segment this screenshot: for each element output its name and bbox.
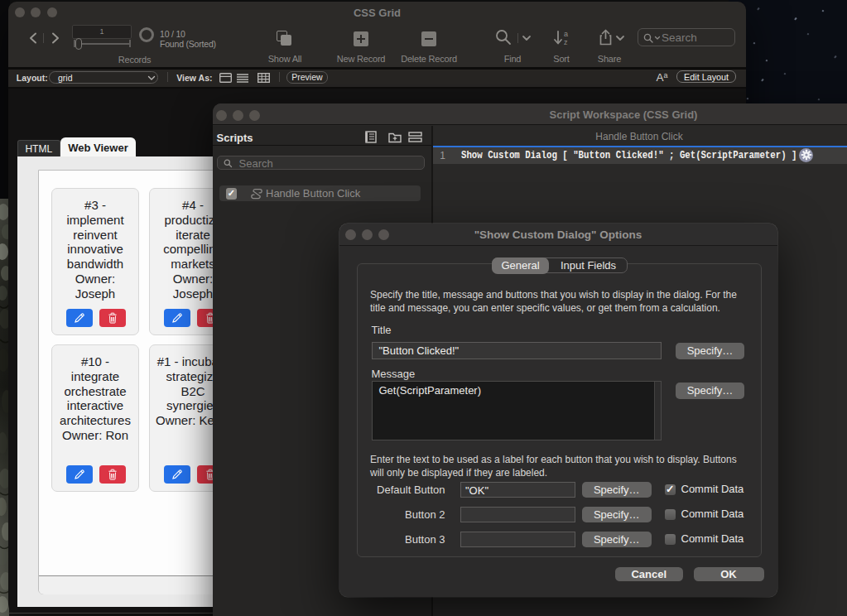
svg-text:z: z — [564, 38, 568, 46]
svg-text:a: a — [564, 30, 568, 38]
